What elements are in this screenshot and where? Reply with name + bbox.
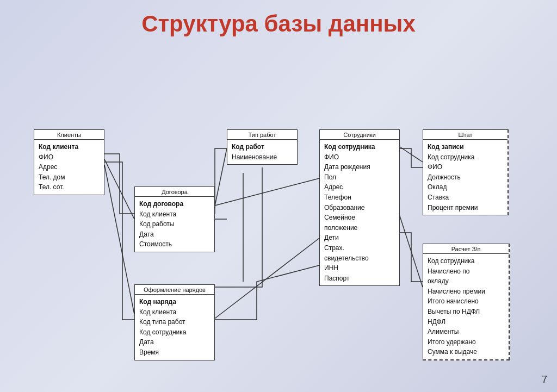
pk-sotrudniki: Код сотрудника — [324, 142, 395, 152]
field: Код сотрудника — [428, 152, 503, 163]
table-sotrudniki: Сотрудники Код сотрудника ФИО Дата рожде… — [319, 129, 400, 286]
svg-line-8 — [215, 178, 319, 206]
pk-shtat: Код записи — [428, 142, 503, 152]
table-tip-rabot: Тип работ Код работ Наименование — [227, 129, 298, 165]
field: ФИО — [428, 162, 503, 172]
table-klienty-body: Код клиента ФИО Адрес Тел. дом Тел. сот. — [34, 140, 104, 195]
pk-dogovora: Код договора — [139, 199, 210, 209]
table-tip-rabot-body: Код работ Наименование — [227, 140, 297, 164]
field: НДФЛ — [428, 317, 504, 327]
field: Должность — [428, 172, 503, 183]
table-oformlenie-body: Код наряда Код клиента Код типа работ Ко… — [135, 295, 214, 360]
field: Дети — [324, 233, 395, 243]
field: Адрес — [39, 162, 100, 172]
field: Дата — [139, 337, 210, 347]
field: Семейное — [324, 213, 395, 223]
field: Начислено премии — [428, 287, 504, 297]
field: Время — [139, 347, 210, 358]
field: Паспорт — [324, 273, 395, 284]
table-sotrudniki-header: Сотрудники — [320, 130, 399, 140]
field: положение — [324, 223, 395, 233]
field: Телефон — [324, 192, 395, 203]
pk-tip-rabot: Код работ — [232, 142, 293, 152]
table-oformlenie-header: Оформление нарядов — [135, 285, 214, 295]
table-raschet-body: Код сотрудника Начислено по окладу Начис… — [423, 254, 509, 359]
field: Оклад — [428, 182, 503, 192]
table-sotrudniki-body: Код сотрудника ФИО Дата рождения Пол Адр… — [320, 140, 399, 285]
pk-klienty: Код клиента — [39, 142, 100, 152]
field: ФИО — [324, 152, 395, 163]
svg-line-0 — [104, 159, 134, 219]
field: Тел. дом — [39, 172, 100, 183]
field: Итого начислено — [428, 296, 504, 307]
field: Процент премии — [428, 203, 503, 213]
field: Тел. сот. — [39, 182, 100, 192]
table-klienty: Клиенты Код клиента ФИО Адрес Тел. дом Т… — [34, 129, 104, 195]
table-dogovora: Договора Код договора Код клиента Код ра… — [134, 186, 215, 252]
table-oformlenie: Оформление нарядов Код наряда Код клиент… — [134, 284, 215, 360]
slide-title: Структура базы данных — [16, 11, 541, 37]
field: Стоимость — [139, 239, 210, 250]
table-shtat-body: Код записи Код сотрудника ФИО Должность … — [423, 140, 508, 215]
field: Ставка — [428, 192, 503, 203]
page-number: 7 — [542, 374, 547, 385]
field: Адрес — [324, 182, 395, 192]
table-raschet: Расчет З/п Код сотрудника Начислено по о… — [423, 244, 510, 360]
field: Дата — [139, 229, 210, 240]
pk-oformlenie: Код наряда — [139, 297, 210, 307]
slide: Структура базы данных Клиенты — [0, 0, 557, 392]
field: Код клиента — [139, 307, 210, 318]
svg-line-1 — [104, 165, 134, 314]
field: Код сотрудника — [428, 256, 504, 266]
field: Код типа работ — [139, 317, 210, 327]
field: Итого удержано — [428, 337, 504, 347]
svg-line-2 — [213, 148, 227, 214]
svg-line-6 — [398, 146, 423, 162]
field: Пол — [324, 172, 395, 183]
field: Вычеты по НДФЛ — [428, 307, 504, 317]
table-raschet-header: Расчет З/п — [423, 244, 509, 254]
table-shtat-header: Штат — [423, 130, 508, 140]
table-shtat: Штат Код записи Код сотрудника ФИО Должн… — [423, 129, 509, 215]
field: Страх. — [324, 243, 395, 253]
field: Алименты — [428, 327, 504, 337]
field: Код сотрудника — [139, 327, 210, 338]
field: Сумма к выдаче — [428, 347, 504, 357]
table-klienty-header: Клиенты — [34, 130, 104, 140]
field: Код работы — [139, 219, 210, 229]
field: Код клиента — [139, 209, 210, 220]
field: окладу — [428, 276, 504, 287]
table-dogovora-body: Код договора Код клиента Код работы Дата… — [135, 197, 214, 252]
diagram: Клиенты Код клиента ФИО Адрес Тел. дом Т… — [17, 53, 540, 385]
svg-line-7 — [398, 211, 423, 287]
field: Начислено по — [428, 266, 504, 277]
field: Дата рождения — [324, 162, 395, 172]
field: ИНН — [324, 263, 395, 273]
field: свидетельство — [324, 253, 395, 264]
field: Образование — [324, 203, 395, 213]
table-dogovora-header: Договора — [135, 187, 214, 197]
field: Наименование — [232, 152, 293, 163]
table-tip-rabot-header: Тип работ — [227, 130, 297, 140]
field: ФИО — [39, 152, 100, 163]
svg-line-5 — [213, 238, 319, 320]
